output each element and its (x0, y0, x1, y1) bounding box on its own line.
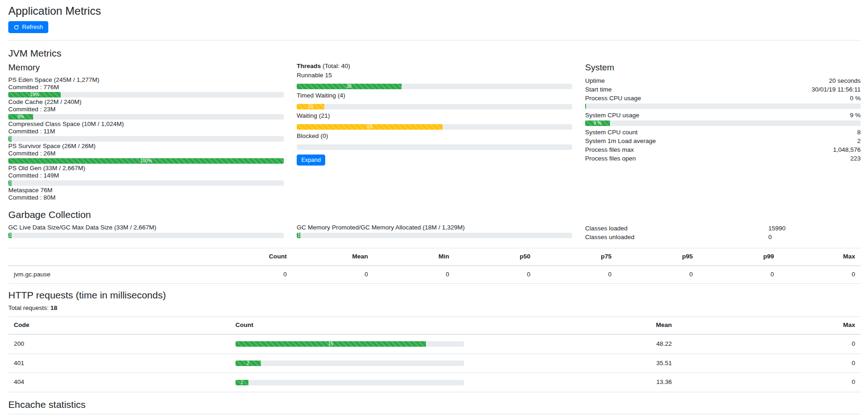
thread-progress-track (297, 144, 572, 150)
ehcache-title: Ehcache statistics (8, 399, 861, 410)
http-count-progress-value: 1 (241, 380, 243, 385)
http-max-cell: 0 (678, 334, 861, 354)
system-row-label: System CPU usage (585, 111, 639, 120)
memory-progress-track: 9% (8, 114, 284, 120)
memory-progress-bar: 19% (8, 92, 61, 97)
memory-progress-bar: 9% (8, 114, 33, 120)
memory-progress-value: 1 (9, 136, 11, 142)
thread-progress-track: 53 (297, 124, 572, 130)
gc-metric-label: GC Memory Promoted/GC Memory Allocated (… (297, 224, 572, 231)
memory-column: Memory PS Eden Space (245M / 1,277M) Com… (8, 63, 284, 202)
memory-progress-bar: 100% (8, 158, 284, 164)
system-row-files-max: Process files max 1,048,576 (585, 145, 861, 154)
jvm-metrics-title: JVM Metrics (8, 47, 861, 59)
http-mean-cell: 48.22 (631, 334, 678, 354)
gc-row-p50: 0 (454, 266, 535, 283)
refresh-button[interactable]: Refresh (8, 21, 48, 33)
memory-metric-committed: Committed : 149M (8, 172, 284, 179)
system-title: System (585, 63, 861, 73)
system-row-value: 9 % (850, 111, 861, 120)
thread-progress-bar: 10 (297, 104, 324, 109)
memory-metric-label: Compressed Class Space (10M / 1,024M) (8, 120, 284, 128)
memory-metric-label: PS Survivor Space (26M / 26M) (8, 143, 284, 150)
memory-metric-code-cache: Code Cache (22M / 240M) Committed : 23M … (8, 98, 284, 120)
memory-progress-track: 19% (8, 92, 284, 97)
http-header-count: Count (230, 316, 631, 334)
memory-metric-label: PS Eden Space (245M / 1,277M) (8, 76, 284, 84)
gc-table-row: jvm.gc.pause 0 0 0 0 0 0 0 0 (8, 266, 861, 283)
system-row-value: 30/01/19 11:56:11 (811, 85, 861, 94)
http-mean-cell: 35.51 (631, 354, 678, 373)
http-header-code: Code (8, 316, 230, 334)
threads-title-label: Threads (297, 63, 321, 69)
http-table: Code Count Mean Max 200 15 48.22 0 (8, 316, 861, 393)
system-row-value: 0 % (850, 94, 861, 103)
http-code-cell: 401 (8, 354, 230, 373)
expand-button[interactable]: Expand (297, 155, 325, 166)
gc-row: GC Live Data Size/GC Max Data Size (33M … (8, 224, 861, 241)
memory-progress-bar: 1 (8, 136, 11, 142)
gc-progress-value: 1 (297, 233, 300, 238)
http-requests-title: HTTP requests (time in milliseconds) (8, 289, 861, 301)
system-row-cpu-count: System CPU count 8 (585, 128, 861, 137)
gc-memory-promoted-col: GC Memory Promoted/GC Memory Allocated (… (297, 224, 572, 241)
http-code-cell: 200 (8, 334, 230, 354)
http-header-mean: Mean (631, 316, 678, 334)
classes-unloaded-row: Classes unloaded 0 (585, 233, 861, 241)
memory-metric-committed: Committed : 11M (8, 128, 284, 135)
classes-unloaded-label: Classes unloaded (585, 233, 768, 241)
system-cpu-progress-bar: 9 % (585, 120, 610, 126)
divider (8, 40, 861, 40)
gc-progress-track: 1 (297, 233, 572, 238)
system-row-load-average: System 1m Load average 2 (585, 137, 861, 145)
memory-metric-metaspace: Metaspace 76M Committed : 80M (8, 187, 284, 201)
gc-row-max: 0 (779, 266, 861, 283)
http-count-progress-bar: 2 (236, 361, 261, 366)
memory-progress-value: 9% (17, 114, 24, 120)
gc-header-max: Max (779, 248, 861, 266)
expand-button-label: Expand (301, 156, 321, 164)
refresh-button-label: Refresh (22, 23, 43, 31)
classes-loaded-value: 15990 (768, 224, 861, 233)
system-row-uptime: Uptime 20 seconds (585, 76, 861, 85)
system-row-label: System CPU count (585, 128, 638, 137)
gc-title: Garbage Collection (8, 209, 861, 220)
http-count-progress-value: 2 (247, 361, 250, 366)
gc-progress-bar: 1 (297, 233, 300, 238)
system-column: System Uptime 20 seconds Start time 30/0… (585, 63, 861, 202)
http-row-401: 401 2 35.51 0 (8, 354, 861, 373)
memory-progress-value: 100% (140, 158, 152, 164)
total-requests-label: Total requests: (8, 304, 49, 311)
gc-classes-col: Classes loaded 15990 Classes unloaded 0 (585, 224, 861, 241)
cache-header-spacer (797, 414, 861, 418)
http-code-cell: 404 (8, 373, 230, 392)
http-count-progress-track: 1 (236, 380, 464, 385)
ehcache-table: Cache Name Cache Hits Cache Misses Cache… (8, 414, 861, 418)
cache-header-miss-pct: Cache Miss % (746, 414, 797, 418)
memory-progress-track: 100% (8, 158, 284, 164)
threads-title: Threads (Total: 40) (297, 63, 572, 70)
ehcache-table-header-row: Cache Name Cache Hits Cache Misses Cache… (8, 414, 861, 418)
process-cpu-progress-bar (585, 103, 586, 109)
gc-header-p75: p75 (536, 248, 617, 266)
thread-state-runnable: Runnable 15 38 (297, 72, 572, 89)
threads-total: (Total: 40) (322, 63, 350, 69)
memory-title: Memory (8, 63, 284, 73)
thread-state-blocked: Blocked (0) (297, 132, 572, 150)
page-title: Application Metrics (8, 5, 861, 17)
memory-metric-old-gen: PS Old Gen (33M / 2,667M) Committed : 14… (8, 165, 284, 186)
gc-row-min: 0 (374, 266, 454, 283)
thread-progress-bar: 53 (297, 124, 443, 130)
refresh-icon (13, 24, 19, 30)
gc-row-p95: 0 (617, 266, 698, 283)
classes-unloaded-value: 0 (768, 233, 861, 241)
http-count-progress-bar: 1 (236, 380, 248, 385)
http-count-cell: 2 (230, 354, 631, 373)
memory-metric-label: Code Cache (22M / 240M) (8, 98, 284, 106)
memory-progress-value: 1 (9, 180, 11, 186)
thread-progress-value: 10 (308, 104, 313, 109)
gc-header-name (8, 248, 211, 266)
system-row-label: Process files max (585, 145, 634, 154)
system-row-value: 223 (850, 154, 861, 163)
cache-header-hit-pct: Cache Hit % (643, 414, 745, 418)
